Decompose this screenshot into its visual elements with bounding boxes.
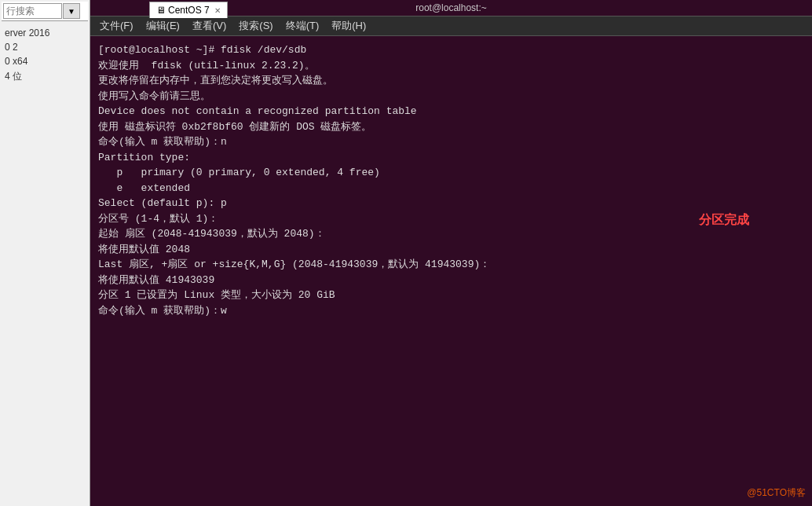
sidebar-item-3[interactable]: 4 位 [2,68,88,85]
terminal-line: [root@localhost ~]# fdisk /dev/sdb [98,42,804,58]
terminal-line: p primary (0 primary, 0 extended, 4 free… [98,165,804,181]
terminal-menu-edit[interactable]: 编辑(E) [140,18,186,34]
terminal-window: root@localhost:~ 文件(F) 编辑(E) 查看(V) 搜索(S)… [90,0,812,506]
sidebar-item-0[interactable]: erver 2016 [2,26,88,40]
terminal-line: 欢迎使用 fdisk (util-linux 2.23.2)。 [98,58,804,74]
terminal-line: Last 扇区, +扇区 or +size{K,M,G} (2048-41943… [98,257,804,273]
sidebar-search-input[interactable] [3,3,62,19]
sidebar-items-list: erver 2016 0 2 0 x64 4 位 [0,23,90,88]
terminal-line: Select (default p): p [98,196,804,211]
terminal-line: 命令(输入 m 获取帮助)：n [98,134,804,150]
terminal-line: 将使用默认值 41943039 [98,273,804,288]
terminal-content[interactable]: [root@localhost ~]# fdisk /dev/sdb欢迎使用 f… [90,36,812,506]
terminal-menu-file[interactable]: 文件(F) [93,18,140,34]
sidebar-item-2[interactable]: 0 x64 [2,54,88,68]
sidebar-search-bar: ▼ [2,2,88,21]
sidebar-search-button[interactable]: ▼ [63,3,80,19]
terminal-menu-view[interactable]: 查看(V) [186,18,232,34]
terminal-menu-search[interactable]: 搜索(S) [232,18,279,34]
terminal-line: 使用 磁盘标识符 0xb2f8bf60 创建新的 DOS 磁盘标签。 [98,119,804,135]
main-area: 🏠 主页 ✕ 🖥 CentOS 7 ✕ 🐧 应用程序 位置 终端 root@lo… [90,0,812,506]
terminal-menu-terminal[interactable]: 终端(T) [280,18,326,34]
terminal-title: root@localhost:~ [415,2,487,13]
terminal-menu: 文件(F) 编辑(E) 查看(V) 搜索(S) 终端(T) 帮助(H) [90,16,812,36]
sidebar-item-1[interactable]: 0 2 [2,40,88,54]
terminal-menu-help[interactable]: 帮助(H) [325,18,372,34]
terminal-line: Partition type: [98,150,804,166]
partition-complete-label: 分区完成 [699,212,749,229]
terminal-line: 分区 1 已设置为 Linux 类型，大小设为 20 GiB [98,288,804,303]
terminal-line: 命令(输入 m 获取帮助)：w [98,303,804,319]
terminal-line: Device does not contain a recognized par… [98,104,804,119]
centos7-tab-icon: 🖥 [156,5,166,16]
terminal-line: 使用写入命令前请三思。 [98,89,804,104]
centos7-tab-close[interactable]: ✕ [214,6,221,15]
sidebar: ▼ erver 2016 0 2 0 x64 4 位 [0,0,90,506]
centos7-tab-label: CentOS 7 [168,5,210,16]
terminal-line: e extended [98,181,804,196]
terminal-line: 更改将停留在内存中，直到您决定将更改写入磁盘。 [98,73,804,89]
watermark: @51CTO博客 [747,486,806,500]
terminal-line: 将使用默认值 2048 [98,242,804,258]
tab-centos7[interactable]: 🖥 CentOS 7 ✕ [149,2,228,18]
